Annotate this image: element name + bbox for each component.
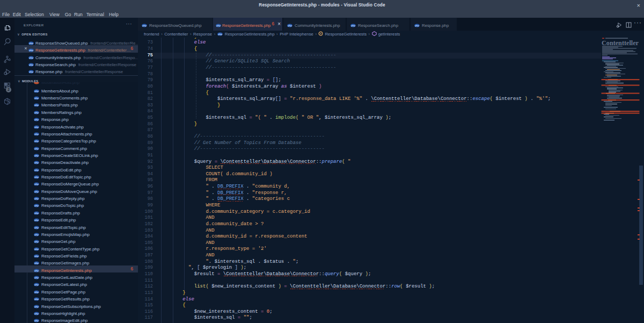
svg-text:php: php [29,42,33,45]
svg-text:php: php [34,312,39,315]
svg-text:php: php [34,90,39,92]
svg-text:php: php [29,49,33,52]
svg-text:php: php [34,183,39,186]
svg-text:php: php [34,97,39,99]
svg-text:php: php [34,111,39,114]
svg-text:Contentteller: Contentteller [602,39,639,47]
svg-text:php: php [351,24,355,27]
svg-text:php: php [34,291,39,293]
svg-text:php: php [34,284,39,286]
svg-text:php: php [34,212,39,214]
svg-text:php: php [34,161,39,164]
svg-text:php: php [34,176,39,178]
svg-text:php: php [218,33,222,35]
svg-text:php: php [34,190,39,193]
svg-text:php: php [34,126,39,128]
svg-text:php: php [34,147,39,150]
svg-text:php: php [34,226,39,229]
svg-text:php: php [34,169,39,171]
svg-text:php: php [34,248,39,250]
svg-text:php: php [34,140,39,142]
svg-text:php: php [34,154,39,157]
svg-text:php: php [34,197,39,200]
svg-text:php: php [142,24,147,27]
svg-text:php: php [34,219,39,221]
svg-text:php: php [34,240,39,243]
svg-text:php: php [34,205,39,207]
svg-text:php: php [34,255,39,257]
svg-text:php: php [34,118,39,121]
svg-text:php: php [34,262,39,264]
svg-text:php: php [34,233,39,236]
svg-text:php: php [34,305,39,308]
svg-text:php: php [415,24,419,27]
svg-text:php: php [216,24,221,27]
svg-text:php: php [34,269,39,272]
svg-text:php: php [34,104,39,107]
svg-text:php: php [29,70,33,73]
svg-text:php: php [29,63,33,66]
svg-text:php: php [29,56,33,59]
svg-text:php: php [34,319,39,322]
svg-text:php: php [34,133,39,135]
svg-text:php: php [34,298,39,300]
svg-text:php: php [34,276,39,279]
svg-text:php: php [288,24,292,27]
